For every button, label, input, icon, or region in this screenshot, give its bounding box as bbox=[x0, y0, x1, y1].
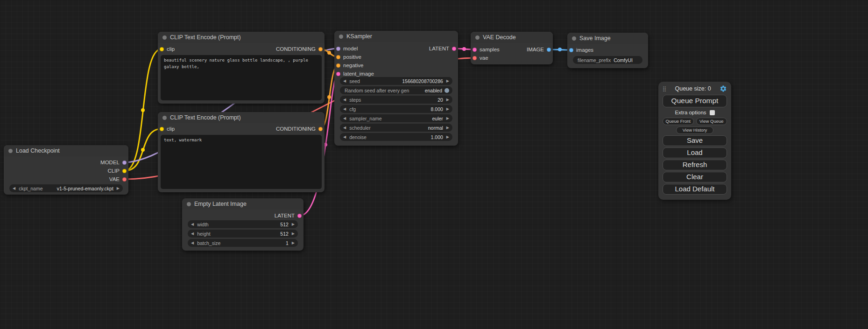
positive-input-port[interactable] bbox=[336, 55, 340, 59]
node-title-bar[interactable]: KSampler bbox=[334, 31, 458, 42]
samples-input-port[interactable] bbox=[473, 48, 477, 52]
node-title-bar[interactable]: VAE Decode bbox=[471, 32, 553, 43]
positive-prompt-textarea[interactable]: beautiful scenery nature glass bottle la… bbox=[161, 55, 322, 100]
node-ksampler[interactable]: KSampler model LATENT positive negative … bbox=[334, 31, 458, 146]
arrow-right-icon[interactable]: ▶ bbox=[446, 79, 449, 83]
queue-prompt-button[interactable]: Queue Prompt bbox=[663, 95, 727, 107]
node-clip-text-encode-positive[interactable]: CLIP Text Encode (Prompt) clip CONDITION… bbox=[158, 32, 325, 104]
model-output-port[interactable] bbox=[122, 161, 127, 165]
arrow-left-icon[interactable]: ◀ bbox=[191, 241, 194, 245]
node-title-bar[interactable]: Empty Latent Image bbox=[182, 198, 303, 210]
arrow-left-icon[interactable]: ◀ bbox=[13, 187, 15, 190]
widget-batch-size[interactable]: ◀ batch_size 1 ▶ bbox=[188, 239, 298, 247]
collapse-dot-icon[interactable] bbox=[339, 35, 343, 39]
arrow-left-icon[interactable]: ◀ bbox=[343, 98, 346, 102]
vae-output-port[interactable] bbox=[122, 177, 127, 182]
collapse-dot-icon[interactable] bbox=[8, 149, 13, 153]
arrow-right-icon[interactable]: ▶ bbox=[117, 187, 120, 190]
node-title-bar[interactable]: Load Checkpoint bbox=[4, 145, 128, 156]
refresh-button[interactable]: Refresh bbox=[663, 160, 727, 170]
arrow-left-icon[interactable]: ◀ bbox=[343, 135, 346, 139]
collapse-dot-icon[interactable] bbox=[162, 35, 167, 40]
toggle-dot-icon[interactable] bbox=[445, 88, 449, 93]
widget-label: denoise bbox=[349, 134, 367, 140]
clear-button[interactable]: Clear bbox=[663, 172, 727, 182]
settings-gear-icon[interactable] bbox=[720, 85, 727, 92]
widget-denoise[interactable]: ◀ denoise 1.000 ▶ bbox=[340, 133, 452, 141]
arrow-right-icon[interactable]: ▶ bbox=[446, 135, 449, 139]
arrow-left-icon[interactable]: ◀ bbox=[343, 117, 346, 120]
arrow-right-icon[interactable]: ▶ bbox=[446, 98, 449, 102]
latent-output-port[interactable] bbox=[297, 214, 302, 218]
widget-value: 1 bbox=[286, 240, 289, 246]
extra-options-row: Extra options bbox=[663, 109, 727, 116]
widget-value: 8.000 bbox=[431, 106, 443, 112]
clip-output-port[interactable] bbox=[122, 169, 127, 173]
widget-filename-prefix[interactable]: filename_prefix ComfyUI bbox=[573, 56, 642, 64]
clip-input-port[interactable] bbox=[160, 127, 164, 131]
arrow-left-icon[interactable]: ◀ bbox=[343, 126, 346, 130]
arrow-left-icon[interactable]: ◀ bbox=[191, 232, 194, 236]
load-button[interactable]: Load bbox=[663, 147, 727, 158]
arrow-right-icon[interactable]: ▶ bbox=[446, 117, 449, 120]
negative-prompt-textarea[interactable]: text, watermark bbox=[161, 135, 322, 189]
vae-input-port[interactable] bbox=[473, 56, 477, 60]
node-title-bar[interactable]: Save Image bbox=[567, 33, 648, 44]
image-output-port[interactable] bbox=[547, 48, 551, 52]
widget-ckpt-name[interactable]: ◀ ckpt_name v1-5-pruned-emaonly.ckpt ▶ bbox=[9, 184, 123, 192]
widget-height[interactable]: ◀ height 512 ▶ bbox=[188, 230, 298, 238]
save-button[interactable]: Save bbox=[663, 135, 727, 146]
widget-label: scheduler bbox=[349, 125, 371, 131]
view-queue-button[interactable]: View Queue bbox=[696, 118, 727, 125]
widget-sampler-name[interactable]: ◀ sampler_name euler ▶ bbox=[340, 114, 452, 122]
arrow-right-icon[interactable]: ▶ bbox=[292, 223, 295, 226]
conditioning-output-port[interactable] bbox=[318, 47, 323, 51]
node-clip-text-encode-negative[interactable]: CLIP Text Encode (Prompt) clip CONDITION… bbox=[158, 112, 325, 192]
widget-seed[interactable]: ◀ seed 156680208700286 ▶ bbox=[340, 77, 452, 85]
arrow-right-icon[interactable]: ▶ bbox=[292, 241, 295, 245]
collapse-dot-icon[interactable] bbox=[187, 202, 191, 206]
latent-image-input-port[interactable] bbox=[336, 72, 340, 76]
load-default-button[interactable]: Load Default bbox=[663, 184, 727, 195]
latent-output-port[interactable] bbox=[452, 47, 456, 51]
widget-label: ckpt_name bbox=[19, 186, 42, 191]
node-vae-decode[interactable]: VAE Decode samples IMAGE vae bbox=[471, 32, 553, 64]
negative-input-port[interactable] bbox=[336, 63, 340, 68]
node-title-bar[interactable]: CLIP Text Encode (Prompt) bbox=[158, 112, 325, 123]
queue-front-button[interactable]: Queue Front bbox=[663, 118, 694, 125]
clip-input-port[interactable] bbox=[160, 47, 164, 51]
widget-scheduler[interactable]: ◀ scheduler normal ▶ bbox=[340, 124, 452, 132]
arrow-right-icon[interactable]: ▶ bbox=[446, 126, 449, 130]
node-save-image[interactable]: Save Image images filename_prefix ComfyU… bbox=[567, 33, 648, 68]
arrow-left-icon[interactable]: ◀ bbox=[191, 223, 194, 226]
output-slot-conditioning: CONDITIONING bbox=[276, 45, 323, 53]
collapse-dot-icon[interactable] bbox=[475, 35, 480, 40]
slot-label: images bbox=[576, 47, 593, 53]
widget-value: 512 bbox=[280, 231, 289, 237]
widget-cfg[interactable]: ◀ cfg 8.000 ▶ bbox=[340, 105, 452, 113]
collapse-dot-icon[interactable] bbox=[162, 116, 167, 120]
widget-random-seed-toggle[interactable]: Random seed after every gen enabled bbox=[340, 86, 452, 94]
node-title-bar[interactable]: CLIP Text Encode (Prompt) bbox=[158, 32, 325, 43]
view-history-button[interactable]: View History bbox=[676, 126, 714, 134]
input-slot-negative: negative bbox=[336, 61, 363, 70]
images-input-port[interactable] bbox=[569, 48, 573, 52]
comfyui-canvas[interactable]: { "colors": { "model": "#B39DDB", "clip"… bbox=[0, 0, 868, 329]
conditioning-output-port[interactable] bbox=[318, 127, 323, 131]
arrow-right-icon[interactable]: ▶ bbox=[292, 232, 295, 236]
output-slot-latent: LATENT bbox=[429, 44, 456, 53]
widget-width[interactable]: ◀ width 512 ▶ bbox=[188, 220, 298, 228]
slot-label: samples bbox=[480, 47, 500, 52]
widget-steps[interactable]: ◀ steps 20 ▶ bbox=[340, 96, 452, 104]
node-empty-latent-image[interactable]: Empty Latent Image LATENT ◀ width 512 ▶ … bbox=[182, 198, 303, 251]
slot-label: model bbox=[343, 46, 358, 51]
model-input-port[interactable] bbox=[336, 47, 340, 51]
arrow-left-icon[interactable]: ◀ bbox=[343, 79, 346, 83]
arrow-left-icon[interactable]: ◀ bbox=[343, 107, 346, 111]
node-load-checkpoint[interactable]: Load Checkpoint MODEL CLIP VAE ◀ ckpt_na… bbox=[4, 145, 128, 195]
slot-label: clip bbox=[167, 126, 175, 132]
extra-options-checkbox[interactable] bbox=[710, 110, 715, 115]
collapse-dot-icon[interactable] bbox=[572, 36, 576, 41]
drag-handle-icon[interactable]: ⣿ bbox=[663, 86, 666, 91]
arrow-right-icon[interactable]: ▶ bbox=[446, 107, 449, 111]
